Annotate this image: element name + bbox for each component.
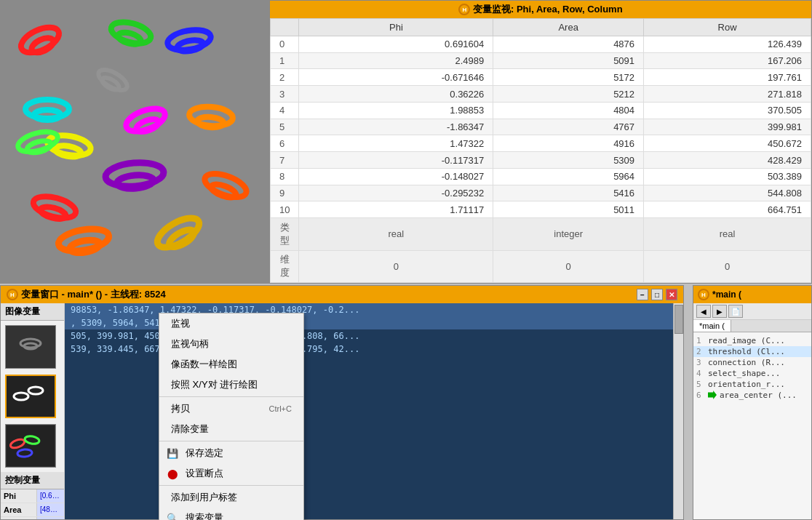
table-row: 41.988534804370.505 bbox=[271, 102, 811, 119]
table-row: 12.49895091167.206 bbox=[271, 52, 811, 69]
ctx-item-shortcut: Ctrl+C bbox=[269, 404, 292, 413]
context-menu-item[interactable]: 🔍搜索变量 bbox=[159, 508, 303, 520]
minimize-button[interactable]: − bbox=[637, 289, 648, 300]
tab-bar: *main ( bbox=[693, 320, 811, 332]
ctx-item-label: 添加到用户标签 bbox=[171, 491, 237, 504]
ctx-item-label: 清除变量 bbox=[171, 423, 209, 436]
data-window-title: 变量监视: Phi, Area, Row, Column bbox=[473, 3, 623, 16]
ctrl-var-row[interactable]: Row[126.439, 16... bbox=[1, 517, 64, 519]
data-line: 98853, -1.86347, 1.47322, -0.117317, -0.… bbox=[65, 303, 683, 316]
context-menu-item[interactable]: 💾保存选定 bbox=[159, 443, 303, 463]
type-row: 类型realintegerreal bbox=[271, 218, 811, 250]
ctrl-var-row[interactable]: Area[4876, 5091... bbox=[1, 503, 64, 517]
image-vars-title: 图像变量 bbox=[1, 303, 64, 321]
data-line: 539, 339.445, 667.683, 131.406, 461.329,… bbox=[65, 343, 683, 356]
ctx-item-label: 监视句柄 bbox=[171, 337, 209, 351]
var-window-titlebar: H 变量窗口 - main* () - 主线程: 8524 − □ ✕ bbox=[1, 286, 683, 303]
titlebar-controls: − □ ✕ bbox=[637, 289, 677, 300]
save-icon: 💾 bbox=[165, 447, 180, 459]
col-index bbox=[271, 19, 299, 36]
ctx-item-label: 监视 bbox=[171, 317, 190, 330]
right-panel-titlebar: H *main ( bbox=[693, 286, 811, 303]
data-window: H 变量监视: Phi, Area, Row, Column Phi Area … bbox=[269, 0, 812, 284]
context-menu-item[interactable]: 拷贝Ctrl+C bbox=[159, 399, 303, 419]
ctrl-vars-list: Phi[0.691604, ...Area[4876, 5091...Row[1… bbox=[1, 489, 64, 519]
maximize-button[interactable]: □ bbox=[651, 289, 663, 300]
line-number: 3 bbox=[696, 358, 705, 367]
ctrl-var-name: Phi bbox=[1, 489, 37, 503]
ctrl-var-row[interactable]: Phi[0.691604, ... bbox=[1, 489, 64, 503]
code-text: threshold (Cl... bbox=[708, 347, 785, 356]
context-menu-item[interactable]: 像函数一样绘图 bbox=[159, 354, 303, 375]
col-phi: Phi bbox=[299, 19, 493, 36]
line-number: 4 bbox=[696, 369, 705, 378]
img-var-2[interactable] bbox=[5, 375, 56, 418]
context-menu-item[interactable]: 监视 bbox=[159, 313, 303, 334]
table-row: 9-0.2952325416544.808 bbox=[271, 185, 811, 201]
code-line: 5orientation_r... bbox=[693, 379, 811, 390]
right-logo-icon: H bbox=[698, 289, 709, 300]
line-number: 5 bbox=[696, 380, 705, 389]
context-menu-item[interactable]: 清除变量 bbox=[159, 419, 303, 439]
table-row: 7-0.1173175309428.429 bbox=[271, 152, 811, 169]
vertical-scrollbar[interactable] bbox=[673, 303, 683, 519]
ctx-item-label: 保存选定 bbox=[186, 447, 223, 460]
table-row: 00.6916044876126.439 bbox=[271, 36, 811, 53]
code-text: read_image (C... bbox=[708, 336, 785, 345]
table-row: 101.711175011664.751 bbox=[271, 201, 811, 218]
line-number: 2 bbox=[696, 347, 705, 356]
table-row: 30.362265212271.818 bbox=[271, 86, 811, 103]
close-button[interactable]: ✕ bbox=[666, 289, 677, 300]
img-var-3[interactable] bbox=[5, 424, 56, 468]
nav-file-button[interactable]: 📄 bbox=[728, 305, 743, 318]
context-menu-item[interactable]: ⬤设置断点 bbox=[159, 463, 303, 484]
code-display-area: 98853, -1.86347, 1.47322, -0.117317, -0.… bbox=[65, 303, 683, 519]
image-vars-panel: 图像变量 控制变量 Phi[0.691604, ...Area[4876, 50… bbox=[1, 303, 65, 519]
col-area: Area bbox=[493, 19, 644, 36]
var-window: H 变量窗口 - main* () - 主线程: 8524 − □ ✕ 图像变量 bbox=[0, 285, 684, 520]
var-window-body: 图像变量 控制变量 Phi[0.691604, ...Area[4876, 50… bbox=[1, 303, 683, 519]
ctrl-var-value: [4876, 5091... bbox=[37, 503, 64, 516]
nav-forward-button[interactable]: ▶ bbox=[712, 305, 727, 318]
code-text: select_shape... bbox=[708, 369, 780, 378]
scrollbar-thumb[interactable] bbox=[674, 305, 683, 334]
right-panel: H *main ( ◀ ▶ 📄 *main ( 1read_image (C..… bbox=[693, 285, 812, 520]
code-line: 1read_image (C... bbox=[693, 335, 811, 346]
code-line: 6area_center (... bbox=[693, 390, 811, 401]
table-row: 5-1.863474767399.981 bbox=[271, 119, 811, 135]
code-line: 4select_shape... bbox=[693, 368, 811, 379]
nav-back-button[interactable]: ◀ bbox=[696, 305, 711, 318]
ctx-item-label: 搜索变量 bbox=[186, 511, 223, 520]
ctx-item-label: 设置断点 bbox=[186, 467, 223, 480]
line-number: 1 bbox=[696, 336, 705, 345]
context-menu-item[interactable]: 按照 X/Y对 进行绘图 bbox=[159, 375, 303, 395]
ctrl-var-name: Row bbox=[1, 517, 37, 519]
data-line: 505, 399.981, 450.672, 428.429, 503.389,… bbox=[65, 329, 683, 343]
table-row: 2-0.6716465172197.761 bbox=[271, 69, 811, 86]
logo-icon: H bbox=[458, 4, 470, 15]
line-number: 6 bbox=[696, 391, 705, 400]
ctrl-vars-title: 控制变量 bbox=[1, 472, 64, 489]
data-table: Phi Area Row 00.6916044876126.43912.4989… bbox=[270, 18, 811, 283]
ctrl-var-value: [126.439, 16... bbox=[37, 517, 64, 519]
img-var-1[interactable] bbox=[5, 325, 56, 369]
svg-rect-36 bbox=[7, 425, 55, 466]
execution-arrow-icon bbox=[708, 391, 717, 399]
ctx-item-label: 像函数一样绘图 bbox=[171, 358, 237, 371]
var-logo-icon: H bbox=[7, 289, 18, 300]
context-menu-item[interactable]: 添加到用户标签 bbox=[159, 487, 303, 508]
dim-row: 维度000 bbox=[271, 250, 811, 282]
var-window-title: 变量窗口 - main* () - 主线程: 8524 bbox=[21, 288, 166, 301]
main-tab[interactable]: *main ( bbox=[693, 320, 731, 332]
code-text: connection (R... bbox=[708, 358, 785, 367]
context-menu-item[interactable]: 监视句柄 bbox=[159, 334, 303, 354]
context-menu: 监视监视句柄像函数一样绘图按照 X/Y对 进行绘图拷贝Ctrl+C清除变量💾保存… bbox=[159, 313, 304, 520]
table-row: 61.473224916450.672 bbox=[271, 135, 811, 152]
breakpoint-icon: ⬤ bbox=[165, 468, 180, 479]
right-panel-title: *main ( bbox=[712, 289, 741, 300]
table-row: 8-0.1480275964503.389 bbox=[271, 168, 811, 185]
ctx-item-label: 按照 X/Y对 进行绘图 bbox=[171, 378, 258, 391]
right-panel-nav: ◀ ▶ 📄 bbox=[693, 303, 811, 320]
search-icon: 🔍 bbox=[165, 512, 180, 520]
ctx-item-label: 拷贝 bbox=[171, 402, 190, 415]
